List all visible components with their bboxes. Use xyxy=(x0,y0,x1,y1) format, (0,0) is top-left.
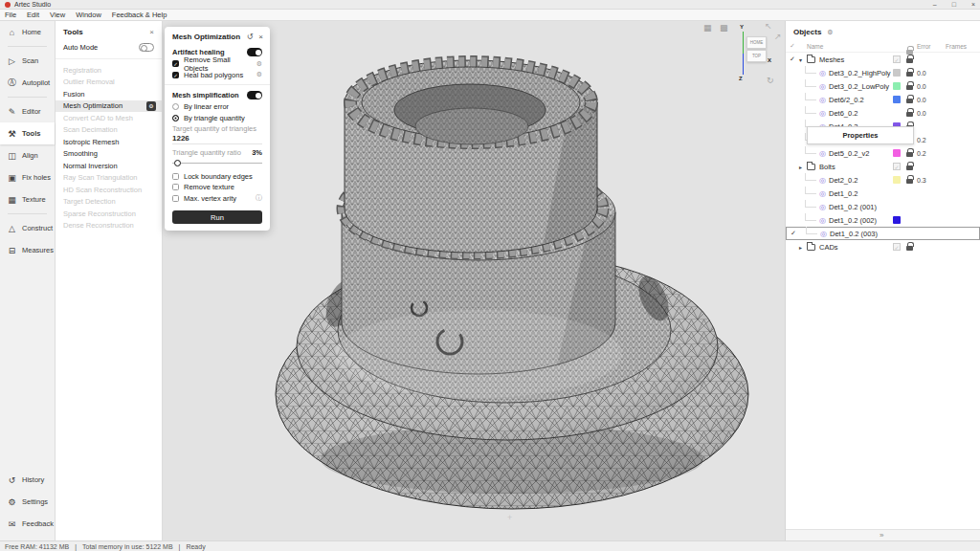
tool-item-registration[interactable]: Registration xyxy=(56,64,162,77)
artifact-healing-toggle[interactable] xyxy=(247,48,262,56)
radio-by-triangle-quantity[interactable]: By triangle quantity xyxy=(165,113,270,124)
expand-arrow-icon[interactable]: ▸ xyxy=(799,244,807,251)
tool-item-convert-cad-to-mesh[interactable]: Convert CAD to Mesh xyxy=(56,112,162,124)
object-folder-bolts[interactable]: ▸Bolts✓ xyxy=(786,160,980,173)
menu-window[interactable]: Window xyxy=(76,11,101,19)
option-max-vertex-arity[interactable]: Max. vertex arityⓘ xyxy=(165,193,270,205)
radio-by-linear-error[interactable]: By linear error xyxy=(165,101,270,113)
option-remove-texture[interactable]: Remove texture xyxy=(165,182,270,193)
checkbox[interactable] xyxy=(172,173,179,180)
lock-icon[interactable] xyxy=(905,175,917,185)
tool-item-sparse-reconstruction[interactable]: Sparse Reconstruction xyxy=(56,208,162,220)
sidebar-item-texture[interactable]: ▦Texture xyxy=(0,188,55,210)
option-remove-small-objects[interactable]: ✓Remove Small Objects⚙ xyxy=(165,58,270,70)
axis-y-label[interactable]: Y xyxy=(740,24,744,30)
tool-item-isotropic-remesh[interactable]: Isotropic Remesh xyxy=(56,136,162,148)
tool-item-mesh-optimization[interactable]: Mesh Optimization⚙ xyxy=(56,100,162,113)
sidebar-item-history[interactable]: ↺History xyxy=(0,469,56,491)
rotate-view-icon[interactable]: ↻ xyxy=(767,76,774,85)
properties-tooltip[interactable]: Properties xyxy=(807,126,914,144)
ratio-slider[interactable] xyxy=(172,159,262,168)
lock-icon[interactable] xyxy=(905,108,917,118)
object-row-det1-0-2-001[interactable]: ◎Det1_0.2 (001) xyxy=(786,200,980,213)
viewcube-face-top[interactable]: TOP xyxy=(746,50,767,62)
close-button[interactable]: × xyxy=(971,1,975,8)
menu-feedback-help[interactable]: Feedback & Help xyxy=(112,11,167,19)
row-check[interactable]: ✓ xyxy=(787,230,800,237)
group-checkbox[interactable]: ✓ xyxy=(893,55,901,63)
mesh-simplification-toggle[interactable] xyxy=(247,91,262,99)
color-swatch[interactable] xyxy=(893,216,901,224)
lock-icon[interactable] xyxy=(905,242,917,252)
pan-arrow-icon[interactable]: ↖ xyxy=(765,21,772,31)
sidebar-item-home[interactable]: ⌂Home xyxy=(0,21,55,43)
axis-z-label[interactable]: Z xyxy=(739,76,743,81)
viewcube-face-home[interactable]: HOME xyxy=(746,36,767,49)
checkbox[interactable]: ✓ xyxy=(172,72,179,78)
lock-icon[interactable] xyxy=(905,162,917,171)
tool-item-smoothing[interactable]: Smoothing xyxy=(56,148,162,161)
sidebar-item-construct[interactable]: △Construct xyxy=(0,217,55,239)
sidebar-item-editor[interactable]: ✎Editor xyxy=(0,100,55,122)
sidebar-item-feedback[interactable]: ✉Feedback xyxy=(0,513,56,535)
object-row-det1-0-2[interactable]: ◎Det1_0.2 xyxy=(786,187,980,200)
tool-item-ray-scan-triangulation[interactable]: Ray Scan Triangulation xyxy=(56,172,162,185)
run-button[interactable]: Run xyxy=(172,210,262,224)
lock-icon[interactable] xyxy=(905,81,917,91)
pan-arrow-2-icon[interactable]: ↗ xyxy=(774,32,782,41)
group-checkbox[interactable]: ✓ xyxy=(893,163,901,170)
menu-file[interactable]: File xyxy=(5,11,16,19)
grid-view-icon[interactable]: ▦ xyxy=(703,23,712,33)
color-swatch[interactable] xyxy=(893,176,901,184)
expand-arrow-icon[interactable]: ▸ xyxy=(799,164,807,170)
points-view-icon[interactable]: ▩ xyxy=(720,23,728,33)
color-swatch[interactable] xyxy=(893,96,901,103)
color-swatch[interactable] xyxy=(893,82,901,90)
gear-icon[interactable]: ⚙ xyxy=(256,71,262,78)
sidebar-item-align[interactable]: ◫Align xyxy=(0,144,55,166)
radio-button[interactable] xyxy=(172,115,179,121)
object-row-det2-0-2[interactable]: ◎Det2_0.20.3 xyxy=(786,173,980,187)
option-heal-bad-polygons[interactable]: ✓Heal bad polygons⚙ xyxy=(165,70,270,81)
sidebar-item-measures[interactable]: ⊟Measures xyxy=(0,239,55,261)
tool-item-hd-scan-reconstruction[interactable]: HD Scan Reconstruction xyxy=(56,184,162,196)
tool-item-target-detection[interactable]: Target Detection xyxy=(56,196,162,209)
checkbox[interactable] xyxy=(172,195,179,202)
color-swatch[interactable] xyxy=(893,149,901,157)
collapse-arrow-icon[interactable]: ▾ xyxy=(799,56,807,63)
lock-icon[interactable] xyxy=(905,148,917,158)
sidebar-item-fix-holes[interactable]: ▣Fix holes xyxy=(0,166,55,188)
sidebar-item-tools[interactable]: ⚒Tools xyxy=(0,122,55,144)
maximize-button[interactable]: □ xyxy=(952,1,956,8)
slider-knob[interactable] xyxy=(174,160,181,166)
reset-icon[interactable]: ↺ xyxy=(247,33,254,41)
tool-item-dense-reconstruction[interactable]: Dense Reconstruction xyxy=(56,220,162,232)
auto-mode-toggle[interactable] xyxy=(139,43,154,52)
object-folder-meshes[interactable]: ✓▾Meshes✓ xyxy=(786,53,980,66)
menu-view[interactable]: View xyxy=(50,11,65,19)
object-row-det6-0-2[interactable]: ◎Det6_0.20.0 xyxy=(786,106,980,120)
lock-icon[interactable] xyxy=(905,68,917,77)
expand-panel-icon[interactable]: » xyxy=(880,531,883,540)
sidebar-item-autopilot[interactable]: ⒶAutopilot xyxy=(0,72,55,94)
minimize-button[interactable]: – xyxy=(933,1,937,8)
object-row-det5-0-2-v2[interactable]: ◎Det5_0.2_v20.2 xyxy=(786,146,980,160)
tool-item-fusion[interactable]: Fusion xyxy=(56,88,162,100)
lock-icon[interactable] xyxy=(905,95,917,104)
object-folder-cads[interactable]: ▸CADs✓ xyxy=(786,240,980,253)
dialog-close-icon[interactable]: × xyxy=(258,33,263,41)
target-quantity-input[interactable]: 1226 xyxy=(172,133,262,144)
object-row-det6-2-0-2[interactable]: ◎Det6/2_0.20.0 xyxy=(786,93,980,106)
object-row-det1-0-2-003[interactable]: ✓◎Det1_0.2 (003) xyxy=(786,227,980,240)
tools-panel-close-icon[interactable]: × xyxy=(149,28,154,36)
axis-x-label[interactable]: X xyxy=(768,57,771,63)
lock-icon[interactable] xyxy=(905,55,917,64)
color-swatch[interactable] xyxy=(893,69,901,77)
group-checkbox[interactable]: ✓ xyxy=(893,243,901,251)
tool-item-outlier-removal[interactable]: Outlier Removal xyxy=(56,77,162,89)
row-check[interactable]: ✓ xyxy=(786,55,799,63)
sidebar-item-settings[interactable]: ⚙Settings xyxy=(0,491,56,513)
radio-button[interactable] xyxy=(172,103,179,110)
gear-icon[interactable]: ⚙ xyxy=(256,60,262,68)
checkbox[interactable]: ✓ xyxy=(172,60,179,67)
